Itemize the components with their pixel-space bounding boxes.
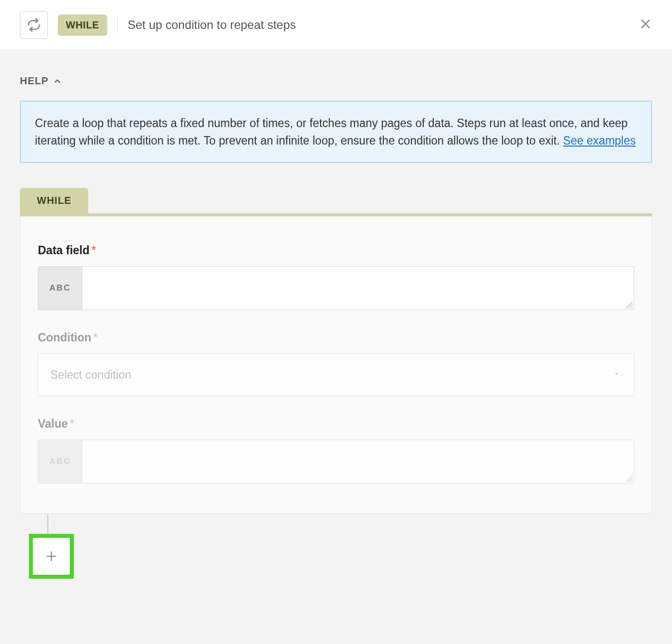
condition-group: Condition* Select condition [38, 331, 634, 396]
header-divider [117, 16, 118, 34]
condition-label-text: Condition [38, 331, 91, 344]
value-group: Value* ABC [38, 417, 634, 483]
close-button[interactable] [639, 17, 652, 32]
help-toggle-label: HELP [20, 75, 48, 87]
data-field-type-chip: ABC [38, 267, 82, 310]
value-input-row: ABC [38, 440, 634, 483]
see-examples-link[interactable]: See examples [563, 134, 636, 147]
data-field-input-row: ABC [38, 266, 634, 310]
condition-select[interactable]: Select condition [38, 353, 634, 396]
chevron-up-icon [53, 77, 61, 85]
help-toggle[interactable]: HELP [20, 75, 61, 87]
loop-icon [20, 11, 48, 39]
required-asterisk: * [70, 417, 74, 430]
step-connector [47, 514, 48, 534]
page-title: Set up condition to repeat steps [128, 18, 296, 32]
required-asterisk: * [93, 331, 98, 344]
data-field-group: Data field* ABC [38, 244, 634, 310]
data-field-label: Data field* [38, 244, 634, 257]
help-panel: Create a loop that repeats a fixed numbe… [20, 101, 652, 163]
condition-placeholder: Select condition [50, 368, 131, 382]
condition-label: Condition* [38, 331, 634, 344]
while-form-card: Data field* ABC Condition* Select condit… [20, 216, 652, 514]
value-label: Value* [38, 417, 634, 431]
add-step-button[interactable] [29, 534, 74, 579]
while-section: WHILE Data field* ABC Conditio [20, 188, 652, 514]
value-input[interactable] [82, 440, 634, 483]
data-field-input[interactable] [82, 267, 634, 310]
while-tab[interactable]: WHILE [20, 188, 88, 213]
config-canvas: HELP Create a loop that repeats a fixed … [0, 50, 672, 644]
value-label-text: Value [38, 417, 68, 430]
while-badge: WHILE [58, 14, 107, 36]
help-body-text: Create a loop that repeats a fixed numbe… [35, 117, 628, 147]
plus-icon [45, 550, 58, 563]
value-type-chip: ABC [38, 440, 82, 483]
modal-header: WHILE Set up condition to repeat steps [0, 0, 672, 50]
chevron-down-icon [613, 370, 621, 380]
data-field-label-text: Data field [38, 244, 90, 257]
required-asterisk: * [92, 244, 96, 257]
